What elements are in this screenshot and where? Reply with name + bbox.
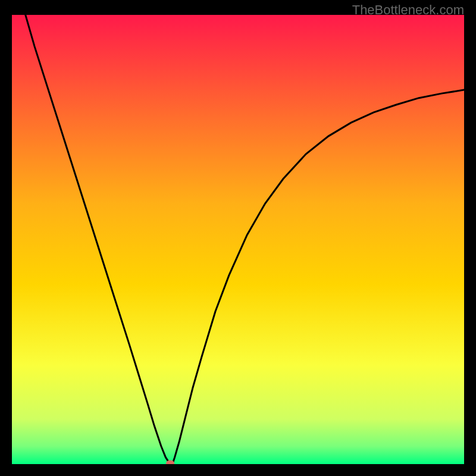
chart-container <box>12 15 464 464</box>
gradient-background <box>12 15 464 464</box>
watermark-text: TheBottleneck.com <box>352 2 464 18</box>
bottleneck-chart <box>12 15 464 464</box>
